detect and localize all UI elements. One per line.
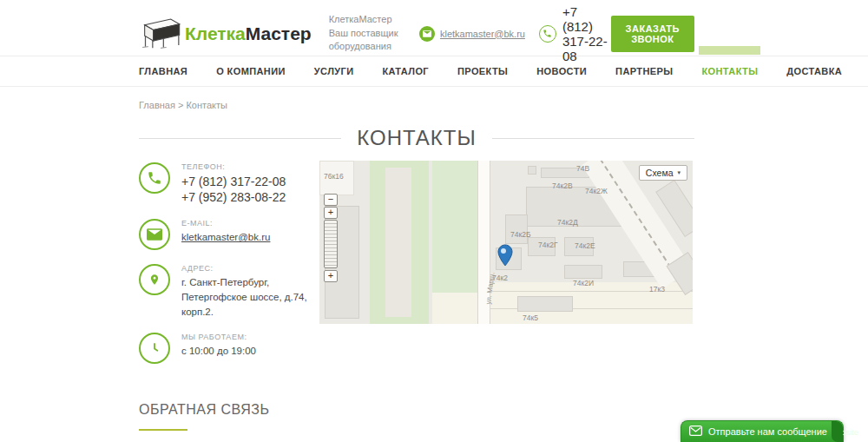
email-icon [139,219,170,250]
page-title-row: КОНТАКТЫ [139,126,694,150]
zoom-in-button-bottom[interactable]: + [324,270,338,282]
clock-icon [139,333,170,364]
map-pin[interactable] [497,244,513,270]
map-building-label: 17к3 [649,285,665,294]
phone-icon [139,162,170,194]
chat-fold-decoration [832,421,843,442]
breadcrumb-separator: > [178,100,183,110]
map-building-label: 74к2В [552,181,573,190]
contact-info: ТЕЛЕФОН: +7 (812) 317-22-08 +7 (952) 283… [139,161,319,378]
title-line-left [139,138,341,139]
map-type-label: Схема [646,168,674,178]
map-type-dropdown[interactable]: Схема ▾ [639,165,687,181]
page-title: КОНТАКТЫ [357,126,476,150]
map-building-label: 74к2Ж [585,187,608,195]
nav-item-contacts[interactable]: КОНТАКТЫ [701,66,758,76]
breadcrumb: Главная > Контакты [139,100,694,110]
title-line-right [492,138,694,139]
contact-address-row: АДРЕС: г. Санкт-Петербург, Петергофское … [139,264,319,319]
nav-item-catalog[interactable]: КАТАЛОГ [382,66,429,76]
phone-number-2: +7 (952) 283-08-22 [181,189,286,205]
chat-message: Отправьте нам сообщение [708,426,827,437]
contact-phone-row: ТЕЛЕФОН: +7 (812) 317-22-08 +7 (952) 283… [139,162,319,205]
nav-item-about[interactable]: О КОМПАНИИ [216,66,286,76]
nav-item-home[interactable]: ГЛАВНАЯ [139,66,187,76]
chat-envelope-icon [689,424,702,439]
header-email: kletkamaster@bk.ru [419,26,525,42]
map-building [517,296,573,312]
address-line-2: Петергофское шоссе, д.74, корп.2. [181,290,319,319]
zoom-slider[interactable] [324,220,338,268]
map-building-label: 74к2Е [575,241,595,250]
address-label: АДРЕС: [181,264,319,273]
contact-email-row: E-MAIL: kletkamaster@bk.ru [139,219,319,250]
nav-item-delivery[interactable]: ДОСТАВКА [786,66,842,76]
map-building-label: 74к2И [573,279,594,287]
phone-number-1: +7 (812) 317-22-08 [181,174,286,189]
map-building-label: 74к5 [523,313,538,322]
address-line-1: г. Санкт-Петербург, [181,275,319,290]
map-building [564,265,602,279]
map-building-label: 74к2Д [557,218,578,227]
map-building-label: 76к16 [324,172,344,181]
header: КлеткаМастер КлеткаМастер Ваш поставщик … [139,0,694,56]
page: КлеткаМастер КлеткаМастер Ваш поставщик … [0,0,868,442]
main-nav: ГЛАВНАЯ О КОМПАНИИ УСЛУГИ КАТАЛОГ ПРОЕКТ… [0,56,868,87]
map-building-label: 74к2Г [538,241,558,249]
order-call-button[interactable]: ЗАКАЗАТЬ ЗВОНОК [611,16,694,52]
map-area [432,293,477,324]
feedback-title-underline [139,429,187,431]
logo[interactable]: КлеткаМастер [139,15,312,53]
nav-item-news[interactable]: НОВОСТИ [536,66,587,76]
contact-email-link[interactable]: kletkamaster@bk.ru [181,232,270,242]
nav-item-projects[interactable]: ПРОЕКТЫ [457,66,508,76]
chat-widget[interactable]: Отправьте нам сообщение jivosite [681,420,844,442]
tagline: КлеткаМастер Ваш поставщик оборудования [329,13,400,55]
map-path [385,168,411,317]
map-building-label: 74В [576,164,589,173]
email-label: E-MAIL: [181,219,270,228]
zoom-in-button[interactable]: + [324,207,338,219]
header-email-link[interactable]: kletkamaster@bk.ru [440,29,525,39]
logo-cage-icon [139,15,182,53]
email-icon [419,26,435,42]
map-building-label: 74к2Б [510,230,530,239]
breadcrumb-current: Контакты [186,100,227,110]
hours-label: МЫ РАБОТАЕМ: [181,333,256,341]
map[interactable]: 76к16 74В 74к2В 74к2Ж 74к2Д 74к2Б 74к2Г … [319,161,693,324]
breadcrumb-home-link[interactable]: Главная [139,100,175,110]
hours-value: с 10:00 до 19:00 [181,344,256,359]
header-phone-number: +7 (812) 317-22-08 [562,4,611,63]
map-building [505,214,528,244]
phone-label: ТЕЛЕФОН: [181,162,286,171]
feedback-title: ОБРАТНАЯ СВЯЗЬ [139,402,694,418]
contact-hours-row: МЫ РАБОТАЕМ: с 10:00 до 19:00 [139,333,319,364]
chevron-down-icon: ▾ [677,169,681,176]
map-building [528,166,536,175]
phone-icon [539,25,556,43]
nav-item-services[interactable]: УСЛУГИ [314,66,354,76]
logo-text: КлеткаМастер [185,23,312,44]
nav-item-partners[interactable]: ПАРТНЕРЫ [615,66,673,76]
map-pin-icon [139,264,170,295]
zoom-out-button[interactable]: − [324,194,338,206]
header-phone: +7 (812) 317-22-08 [539,4,611,63]
